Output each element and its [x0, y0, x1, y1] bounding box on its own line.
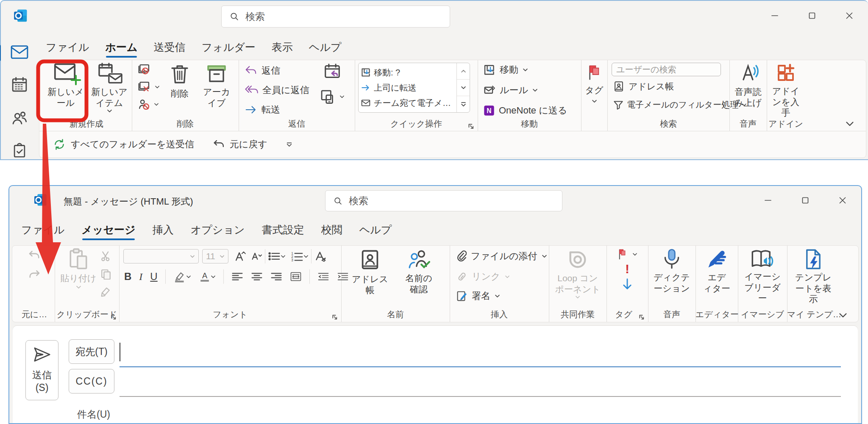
tab-folder[interactable]: フォルダー — [202, 40, 256, 58]
tags-dialog-launcher[interactable] — [638, 314, 645, 320]
block-sender-button[interactable] — [138, 98, 160, 110]
get-addins-button[interactable]: アドインを入手 — [767, 63, 805, 118]
italic-button[interactable]: I — [139, 271, 142, 283]
quick-step-move-to[interactable]: 移動: ? — [361, 67, 454, 78]
quick-step-to-manager[interactable]: 上司に転送 — [361, 82, 454, 94]
low-importance-button[interactable] — [622, 278, 632, 291]
high-importance-button[interactable]: ! — [625, 263, 629, 275]
cut-button[interactable] — [100, 251, 111, 262]
grow-font-button[interactable] — [234, 250, 247, 262]
clipboard-dialog-launcher[interactable] — [110, 314, 117, 320]
font-color-button[interactable]: A — [199, 271, 216, 283]
attach-file-button[interactable]: ファイルの添付 — [456, 250, 547, 263]
reply-button[interactable]: 返信 — [245, 64, 280, 77]
send-button[interactable]: 送信(S) — [25, 340, 58, 400]
reply-all-button[interactable]: 全員に返信 — [245, 84, 309, 97]
scroll-down-button[interactable] — [457, 80, 470, 96]
cc-field[interactable] — [120, 371, 841, 394]
to-field[interactable] — [120, 341, 841, 366]
distribute-button[interactable] — [290, 272, 302, 282]
rules-button[interactable]: ルール — [484, 84, 538, 97]
dictate-button[interactable]: ディクテーション — [648, 248, 696, 294]
tab-file[interactable]: ファイル — [21, 223, 64, 241]
bullets-button[interactable] — [268, 251, 286, 262]
minimize-button[interactable] — [756, 2, 793, 29]
send-to-onenote-button[interactable]: N OneNote に送る — [484, 104, 567, 117]
address-book-button[interactable]: アドレス帳 — [348, 249, 392, 295]
align-left-button[interactable] — [231, 272, 243, 282]
compose-search-box[interactable]: 検索 — [325, 190, 562, 211]
bold-button[interactable]: B — [124, 271, 131, 283]
highlight-color-button[interactable] — [173, 271, 191, 283]
check-names-button[interactable]: 名前の確認 — [395, 248, 442, 294]
cc-button[interactable]: CC(C) — [69, 369, 114, 394]
tab-help[interactable]: ヘルプ — [359, 223, 392, 241]
tab-format-text[interactable]: 書式設定 — [262, 223, 304, 241]
font-size-select[interactable]: 11 — [202, 249, 228, 263]
share-to-device-button[interactable] — [320, 89, 345, 104]
to-button[interactable]: 宛先(T) — [69, 339, 114, 364]
editor-button[interactable]: エディター — [696, 248, 738, 294]
tab-send-receive[interactable]: 送受信 — [154, 40, 186, 58]
sidebar-item-mail[interactable] — [10, 44, 29, 60]
undo-button[interactable] — [28, 250, 41, 261]
tab-review[interactable]: 校閲 — [321, 223, 342, 241]
font-dialog-launcher[interactable] — [331, 314, 338, 320]
minimize-button[interactable] — [749, 187, 787, 214]
immersive-reader-button[interactable]: イマーシブリーダー — [738, 248, 787, 304]
main-search-box[interactable]: 検索 — [221, 6, 450, 28]
tab-message[interactable]: メッセージ — [81, 223, 135, 241]
scroll-up-button[interactable] — [457, 63, 470, 80]
loop-components-button[interactable]: Loop コンポーネント — [549, 249, 606, 299]
align-right-button[interactable] — [270, 272, 282, 282]
signature-button[interactable]: 署名 — [456, 290, 500, 302]
close-button[interactable] — [824, 187, 861, 214]
undo-button[interactable]: 元に戻す — [213, 138, 267, 151]
shrink-font-button[interactable] — [251, 251, 262, 262]
send-receive-all-button[interactable]: すべてのフォルダーを送受信 — [53, 138, 194, 151]
quick-step-team-email[interactable]: チーム宛て電子メ… — [361, 97, 454, 109]
more-button[interactable] — [457, 96, 470, 112]
sidebar-item-people[interactable] — [10, 109, 29, 126]
ribbon-collapse-button[interactable] — [839, 313, 847, 319]
qat-customize-button[interactable] — [286, 142, 292, 147]
new-mail-button[interactable]: 新しいメール — [44, 63, 88, 108]
ignore-button[interactable] — [138, 64, 160, 75]
address-book-button[interactable]: アドレス帳 — [613, 80, 674, 92]
filter-email-button[interactable]: 電子メールのフィルター処理 — [613, 99, 747, 111]
tab-help[interactable]: ヘルプ — [309, 40, 342, 58]
tab-home[interactable]: ホーム — [105, 40, 137, 58]
meeting-reply-button[interactable] — [324, 64, 341, 80]
read-aloud-button[interactable]: 音声読み上げ — [729, 63, 767, 108]
view-templates-button[interactable]: テンプレートを表示 — [787, 248, 840, 305]
new-item-button[interactable]: 新しいアイテム — [89, 63, 130, 113]
quick-steps-dialog-launcher[interactable] — [467, 123, 474, 130]
ribbon-collapse-button[interactable] — [846, 121, 854, 127]
forward-button[interactable]: 転送 — [245, 103, 280, 116]
decrease-indent-button[interactable] — [317, 272, 329, 282]
move-button[interactable]: 移動 — [484, 64, 528, 76]
tab-file[interactable]: ファイル — [46, 40, 89, 58]
tab-options[interactable]: オプション — [191, 223, 245, 241]
numbering-button[interactable]: 123 — [291, 251, 309, 262]
tab-insert[interactable]: 挿入 — [153, 223, 174, 241]
sidebar-item-tasks[interactable] — [10, 142, 29, 159]
underline-button[interactable]: U — [150, 271, 157, 283]
font-name-select[interactable] — [123, 249, 199, 263]
user-search-input[interactable]: ユーザーの検索 — [612, 63, 721, 76]
tags-button[interactable]: タグ — [581, 64, 607, 103]
subject-field[interactable] — [120, 405, 841, 423]
maximize-button[interactable] — [793, 2, 831, 29]
align-center-button[interactable] — [251, 272, 263, 282]
follow-up-button[interactable] — [617, 248, 637, 260]
delete-button[interactable]: 削除 — [165, 64, 195, 99]
archive-button[interactable]: アーカイブ — [199, 64, 234, 108]
format-painter-button[interactable] — [100, 286, 111, 297]
maximize-button[interactable] — [787, 187, 824, 214]
sidebar-item-calendar[interactable] — [10, 76, 29, 93]
copy-button[interactable] — [100, 269, 111, 280]
tab-view[interactable]: 表示 — [272, 40, 293, 58]
clear-formatting-button[interactable] — [314, 250, 327, 262]
redo-button[interactable] — [28, 269, 41, 280]
paste-button[interactable]: 貼り付け — [59, 248, 98, 289]
